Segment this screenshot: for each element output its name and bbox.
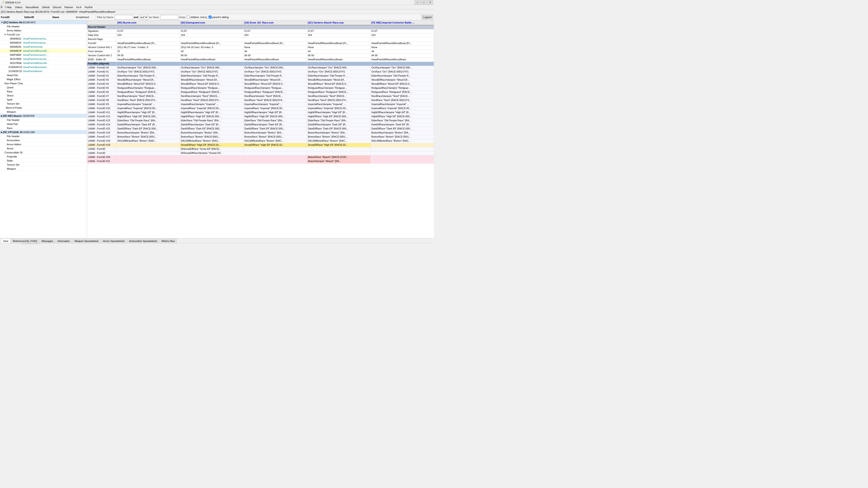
tree-item[interactable]: Weapon [0,167,87,171]
tree-item[interactable]: Armor [0,147,87,151]
tree-item[interactable]: Head Part [0,122,87,126]
menu-item-videos[interactable]: Videos [13,5,24,9]
bottom-tab-messages[interactable]: Messages [39,238,55,243]
tree-item[interactable]: Armor Addon [0,29,87,33]
data-row[interactable]: LNAM - FormID #0OrcRaceVampire "Orc" [RA… [87,66,434,70]
menu-item-kofi[interactable]: Ko-fi [75,5,83,9]
data-row[interactable]: Version Control Info 12011-06-27 User: 3… [87,46,434,50]
data-row[interactable]: LNAM - FormID #1OrcRace "Orc" [RACE:0001… [87,70,434,74]
data-row[interactable]: Record Flags [87,37,434,41]
tree-item[interactable]: File Header [0,134,87,138]
menu-item-discord[interactable]: Discord [52,5,63,9]
tree-item[interactable]: 000A8026 HeadPartsHuman [0,45,87,49]
tree-item[interactable]: 000F5B0F HeadPartsHumansOrcsandVampires [0,53,87,57]
tree-item[interactable]: Armor Addon [0,142,87,147]
data-row[interactable]: LNAM - FormID #13ElderRace "Old People R… [87,119,434,123]
tree-expand-icon[interactable]: ▶ [1,131,2,133]
tree-item[interactable]: Magic Effect [0,77,87,81]
tree-item[interactable]: Spell [0,98,87,102]
data-row[interactable]: LNAM - FormID #15DarkElfRace "Dark Elf" … [87,127,434,131]
data-row[interactable]: LNAM - FormID #7NordRaceVampire "Nord" [… [87,94,434,98]
tree-item[interactable]: Quest [0,86,87,90]
tree-item[interactable]: Race [0,90,87,94]
data-row[interactable]: LNAM - FormID #10ImperialRace "Imperial"… [87,107,434,111]
legend-button[interactable]: Legend [422,15,433,20]
tree-item[interactable]: Texture Set [0,102,87,106]
data-row[interactable]: SignatureFLSTFLSTFLSTFLSTFLST [87,29,434,33]
tree-item[interactable]: 000A8022 HeadPartsHumanVampires [0,37,87,41]
bottom-tab-view[interactable]: View [1,238,10,243]
menu-item-nexusmods[interactable]: NexusMods [24,5,40,9]
tree-item[interactable]: ▼ FormID List [0,33,87,37]
tree-item[interactable]: File Header [0,24,87,29]
tree-item[interactable]: ▶ [FE 04F] Akaviri High Poly Head.esp 00… [0,114,87,118]
bottom-tab-what-s-new[interactable]: What's New [160,238,177,243]
and-operator-select[interactable]: and or [139,15,148,20]
bottom-tab-referenced-by--7343-[interactable]: Referenced By (7343) [11,238,39,243]
parents-sibling-checkbox[interactable] [209,15,212,19]
tree-item[interactable]: Constructible Object [0,151,87,155]
parents-sibling-checkbox-label[interactable]: parent's sibling [209,15,229,19]
tree-item[interactable]: Weapon [0,110,87,114]
data-row[interactable]: Data Size224234254254224 [87,33,434,37]
data-row[interactable]: LNAM - FormID #18DA13AfflictedRace "Bret… [87,139,434,143]
data-row[interactable]: LNAM - FormID #9ImperialRaceVampire "Imp… [87,103,434,107]
tree-item[interactable]: Race [0,126,87,130]
tree-item[interactable]: Head Part [0,73,87,77]
data-row[interactable]: LNAM - FormID #21AkaviriVampire "Akaviri… [87,160,434,164]
data-row[interactable]: LNAM - FormID #11HighElfRaceVampire "Hig… [87,111,434,115]
bottom-tab-weapon-spreadsheet[interactable]: Weapon Spreadsheet [72,238,100,243]
tree-item[interactable]: 2C0003FCE HeadPartsAkaviri [0,69,87,73]
data-row[interactable]: LNAM - FormID #19SnowElfRace "High Elf" … [87,143,434,147]
tree-item[interactable]: Projectile [0,155,87,159]
data-row[interactable]: LNAM - FormID #16BretonRaceVampire "Bret… [87,131,434,135]
bottom-tab-armor-spreadsheet[interactable]: Armor Spreadsheet [101,238,127,243]
data-row[interactable]: FormIDs (aligned) [87,62,434,66]
data-row[interactable]: LNAM - FormID #8NordRace "Nord" [RACE:00… [87,98,434,103]
data-row[interactable]: LNAM - FormID #6RedguardRace "Redguard" … [87,90,434,94]
tree-expand-icon[interactable]: ▼ [4,33,6,36]
data-row[interactable]: LNAM - FormID #4WoodElfRace "Wood Elf" [… [87,82,434,86]
data-row[interactable]: LNAM - FormID #5RedguardRaceVampire "Red… [87,86,434,90]
tree-item[interactable]: Shout [0,94,87,98]
filter-filename-input[interactable] [22,244,39,244]
by-value-input[interactable] [160,15,178,20]
tree-item[interactable]: Ammunition [0,138,87,142]
tree-item[interactable]: ▶ [FE 17F] EGIL Shadow of Akaviri.esp 19… [0,130,87,134]
tree-item[interactable]: 000A8E3F HeadPartsAllRacesMinusBeast [0,49,87,53]
data-row[interactable]: LNAM - FormID #17BretonRace "Breton" [RA… [87,135,434,139]
filter-by-name-input[interactable] [115,15,133,20]
data-row[interactable]: LNAM - FormID #3WoodElfRaceVampire "Wood… [87,78,434,82]
tree-item[interactable]: Texture Set [0,163,87,167]
menu-item-help[interactable]: ? Help [3,5,13,9]
data-row[interactable]: LNAM - FormID #20AkaviriRace "Akaviri" [… [87,156,434,160]
bottom-tab-ammunition-spreadsheet[interactable]: Ammunition Spreadsheet [127,238,159,243]
tree-item[interactable]: 00107B9A HeadPartsAllRacesMinusBeastVamp… [0,61,87,65]
tree-item[interactable]: File Header [0,118,87,122]
tree-item[interactable]: Non-Player Character (Actor) [0,81,87,86]
data-row[interactable]: LNAM - FormID #12HighElfRace "High Elf" … [87,115,434,119]
data-row[interactable]: EDID - Editor IDHeadPartsAllRaceMinusBea… [87,58,434,62]
data-row[interactable]: LNAM - FormID00SnowElfRaceVampire "Snowe… [87,151,434,156]
data-row[interactable]: LNAM - FormID #14DarkElfRaceVampire "Dar… [87,123,434,127]
data-row[interactable]: FormIDHeadPartsAllRaceMinusBeast [FL...H… [87,41,434,46]
tree-expand-icon[interactable]: ▶ [1,115,2,117]
menu-item-github[interactable]: GitHub [40,5,51,9]
tree-item[interactable]: 2C0003FCD HeadPartsAkaviriandVampire [0,65,87,69]
maximize-button[interactable]: □ [421,0,427,4]
tree-item[interactable]: Word of Power [0,106,87,110]
data-row[interactable]: Record Header [87,25,434,29]
bottom-tab-information[interactable]: Information [55,238,72,243]
menu-item-patreon[interactable]: Patreon [63,5,74,9]
tree-item[interactable]: 00107B99 HeadPartsHumanoidVampire [0,57,87,61]
minimize-button[interactable]: — [414,0,421,4]
children-checkbox-label[interactable]: children [187,15,199,19]
data-row[interactable]: Form Version3743444444 [87,50,434,54]
data-row[interactable]: LNAM - FormID00SnowElfRace "Snow Elf" [R… [87,147,434,151]
data-row[interactable]: LNAM - FormID #2ElderRaceVampire "Old Pe… [87,74,434,78]
close-button[interactable]: ✕ [427,0,433,4]
tree-item[interactable]: 000A8023 HeadPartsHumansandVampires [0,41,87,45]
children-checkbox[interactable] [187,15,190,19]
menu-item-paypal[interactable]: PayPal [83,5,94,9]
tree-item[interactable]: ▼ [2C] Vardens Akaviri Race.esp B13ACAF3 [0,20,87,24]
